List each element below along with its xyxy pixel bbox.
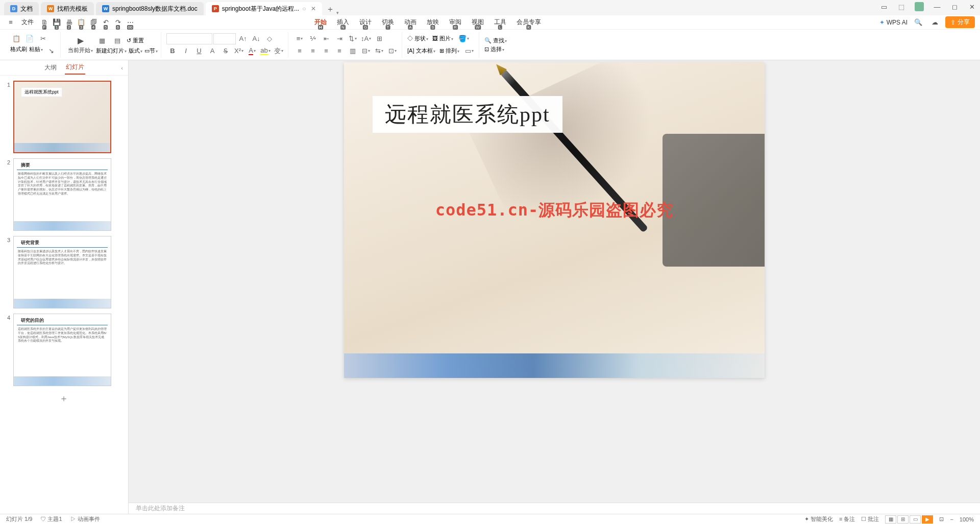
theme-indicator[interactable]: ♡ 主题1: [40, 515, 62, 523]
phonetic-icon[interactable]: 变▾: [273, 45, 285, 57]
cut-icon[interactable]: ✂: [37, 33, 49, 44]
font-size-select[interactable]: [213, 33, 236, 44]
play-from-current-button[interactable]: ▶ 当前开始▾: [66, 35, 95, 55]
slides-tab[interactable]: 幻灯片: [65, 61, 85, 75]
menu-tab-insert[interactable]: 插入N: [332, 17, 354, 28]
clear-format-icon[interactable]: ◇: [263, 33, 276, 44]
new-slide-button[interactable]: 新建幻灯片▾: [96, 47, 127, 55]
tab-documents[interactable]: D 文档: [4, 2, 39, 15]
outline-tab[interactable]: 大纲: [43, 61, 58, 74]
convert-icon[interactable]: ⊡▾: [386, 45, 399, 57]
numbering-icon[interactable]: ⅟▾: [307, 33, 319, 44]
decrease-font-icon[interactable]: A↓: [250, 33, 262, 44]
font-family-select[interactable]: [166, 33, 212, 44]
qa-save[interactable]: 💾1: [51, 17, 62, 28]
section-button[interactable]: ▭节▾: [144, 47, 158, 55]
slideshow-view-icon[interactable]: ▶: [922, 515, 933, 523]
menu-tab-start[interactable]: 开始H: [309, 17, 332, 28]
minimize-icon[interactable]: —: [933, 3, 941, 11]
increase-indent-icon[interactable]: ⇥: [333, 33, 346, 44]
fill-icon[interactable]: 🪣▾: [457, 33, 470, 44]
new-slide-icon[interactable]: ▦: [96, 35, 108, 46]
animation-events[interactable]: ▷ 动画事件: [70, 515, 100, 523]
format-painter-button[interactable]: 格式刷: [10, 45, 27, 57]
qa-redo[interactable]: ↷6: [112, 17, 124, 28]
superscript-icon[interactable]: X²▾: [233, 45, 245, 57]
layout-icon[interactable]: ▤: [111, 35, 124, 46]
close-icon[interactable]: ✕: [311, 5, 316, 12]
menu-icon[interactable]: ≡: [5, 17, 16, 28]
qa-print[interactable]: 🖶2: [63, 17, 75, 28]
menu-tab-transition[interactable]: 切换T: [377, 17, 399, 28]
notes-toggle[interactable]: ≡ 备注: [839, 515, 855, 523]
search-icon[interactable]: 🔍: [913, 17, 924, 28]
vertical-align-icon[interactable]: ⊟▾: [360, 45, 372, 57]
align-right-icon[interactable]: ≡: [320, 45, 332, 57]
qa-copy[interactable]: 🗐4: [88, 17, 99, 28]
clipboard-expand-icon[interactable]: ↘: [45, 45, 57, 57]
menu-tab-member[interactable]: 会员专享K: [511, 17, 546, 28]
align-justify-icon[interactable]: ≡: [333, 45, 346, 57]
qa-new[interactable]: 🗎F: [39, 17, 50, 28]
copy-icon[interactable]: 📋: [10, 33, 22, 44]
zoom-fit-icon[interactable]: ⊡: [939, 516, 944, 522]
slide-title-text[interactable]: 远程就医系统ppt: [373, 96, 562, 133]
menu-tab-animation[interactable]: 动画A: [399, 17, 422, 28]
smart-art-icon[interactable]: ⊞: [373, 33, 385, 44]
normal-view-icon[interactable]: ▦: [885, 515, 896, 523]
decrease-indent-icon[interactable]: ⇤: [320, 33, 332, 44]
strikethrough-icon[interactable]: S̶: [219, 45, 232, 57]
cloud-icon[interactable]: ☁: [929, 17, 940, 28]
slide-thumbnail-1[interactable]: 远程就医系统ppt: [13, 81, 111, 153]
menu-tab-review[interactable]: 审阅R: [444, 17, 467, 28]
bullets-icon[interactable]: ≡▾: [293, 33, 306, 44]
columns-icon[interactable]: ▥: [347, 45, 359, 57]
slide-thumbnail-4[interactable]: 研究的目的 远程就医系统开发的主要目的就是为用户提供更加便利高效的管理平台，使远…: [13, 314, 111, 386]
tab-ppt-doc[interactable]: P springboot基于Java的远程... ○ ✕: [206, 2, 323, 15]
increase-font-icon[interactable]: A↑: [237, 33, 249, 44]
panel-icon[interactable]: ▭: [880, 3, 888, 11]
paste-button[interactable]: 粘贴▾: [29, 45, 43, 57]
find-button[interactable]: 🔍 查找▾: [484, 37, 507, 44]
close-window-icon[interactable]: ✕: [968, 3, 976, 11]
underline-icon[interactable]: U: [193, 45, 205, 57]
paste-icon[interactable]: 📄: [23, 33, 36, 44]
menu-tab-slideshow[interactable]: 放映S: [422, 17, 444, 28]
tab-template[interactable]: W 找稻壳模板: [41, 2, 94, 15]
add-slide-button[interactable]: ＋: [15, 391, 112, 406]
cube-icon[interactable]: ⬚: [897, 3, 905, 11]
highlight-icon[interactable]: ab▾: [259, 45, 272, 57]
sorter-view-icon[interactable]: ⊞: [897, 515, 909, 523]
font-color-icon[interactable]: A▾: [246, 45, 258, 57]
bold-icon[interactable]: B: [166, 45, 179, 57]
wps-ai-button[interactable]: ✦WPS AI: [879, 19, 908, 26]
tab-word-doc[interactable]: W springboot88sly数据库文档.doc: [96, 2, 204, 15]
qa-more[interactable]: ⋯00: [125, 17, 136, 28]
zoom-out-icon[interactable]: −: [950, 516, 953, 522]
tab-list-dropdown[interactable]: ▾: [336, 10, 339, 15]
arrange-button[interactable]: ⊞ 排列▾: [439, 47, 459, 55]
qa-preview[interactable]: 📋3: [76, 17, 87, 28]
select-button[interactable]: ⊡ 选择▾: [484, 45, 507, 53]
slide-thumbnail-2[interactable]: 摘要 随着网络科技的不断发展以及人们经济水平的逐步提高，网络技术如今已成为人们生…: [13, 158, 111, 231]
text-direction-icon[interactable]: ↕A▾: [360, 33, 372, 44]
menu-tab-design[interactable]: 设计G: [354, 17, 377, 28]
line-spacing-icon[interactable]: ⇅▾: [347, 33, 359, 44]
reading-view-icon[interactable]: ▭: [910, 515, 921, 523]
textbox-button[interactable]: [A] 文本框▾: [407, 47, 435, 55]
share-button[interactable]: ⇪分享: [945, 16, 975, 28]
qa-undo[interactable]: ↶5: [100, 17, 111, 28]
new-tab-button[interactable]: ＋: [324, 3, 336, 15]
avatar-icon[interactable]: [915, 2, 924, 11]
menu-tab-view[interactable]: 视图W: [467, 17, 489, 28]
shape-button[interactable]: ◇ 形状▾: [407, 35, 428, 42]
italic-icon[interactable]: I: [180, 45, 192, 57]
menu-tab-tools[interactable]: 工具L: [489, 17, 511, 28]
comments-toggle[interactable]: ☐ 批注: [861, 515, 879, 523]
file-menu[interactable]: 文件: [17, 18, 38, 27]
image-button[interactable]: 🖼 图片▾: [432, 35, 453, 42]
smart-beautify[interactable]: ✦ 智能美化: [804, 515, 833, 523]
align-left-icon[interactable]: ≡: [293, 45, 306, 57]
current-slide[interactable]: 远程就医系统ppt code51.cn-源码乐园盗图必究: [344, 62, 765, 378]
outline-icon[interactable]: ▭▾: [463, 45, 476, 57]
